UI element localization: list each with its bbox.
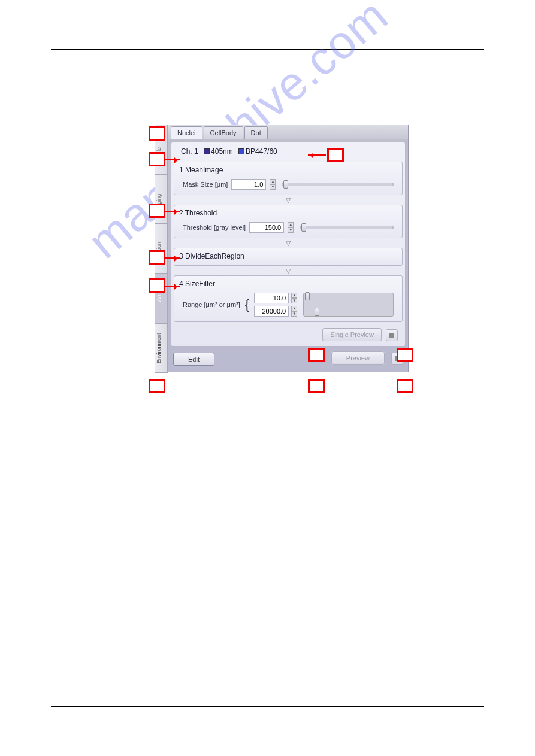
step2-title: 2 Threshold (178, 208, 398, 220)
range-min-spinner[interactable]: ▲▼ (291, 293, 297, 303)
masksize-input[interactable] (231, 179, 266, 190)
step1-title: 1 MeanImage (178, 165, 398, 177)
callout-box-8 (308, 348, 325, 362)
masksize-label: Mask Size [μm] (183, 181, 228, 188)
callout-box-7 (149, 379, 165, 393)
callout-box-9 (397, 348, 413, 362)
callout-box-4 (149, 204, 165, 218)
step-threshold: 2 Threshold Threshold [gray level] ▲▼ (174, 205, 403, 238)
range-slider[interactable] (303, 293, 394, 317)
masksize-slider[interactable] (282, 183, 394, 186)
header-rule (51, 49, 484, 50)
callout-arrow-3 (165, 159, 180, 160)
step-sizefilter: 4 SizeFilter Range [μm² or μm³] { ▲▼ ▲▼ (174, 275, 403, 322)
step-meanimage: 1 MeanImage Mask Size [μm] ▲▼ (174, 162, 403, 195)
laser-label: 405nm (211, 147, 233, 156)
analysis-panel: le ging cation An Environment Nuclei Cel… (155, 125, 409, 412)
tab-nuclei[interactable]: Nuclei (171, 126, 202, 139)
tab-dot[interactable]: Dot (244, 126, 268, 139)
filter-label: BP447/60 (246, 147, 277, 156)
preview-button[interactable]: Preview (331, 351, 385, 365)
top-tabs: Nuclei CellBody Dot (168, 125, 408, 139)
flow-arrow-icon: ▽ (174, 268, 403, 273)
callout-box-1 (149, 126, 165, 141)
step3-title: 3 DivideEachRegion (178, 251, 398, 263)
threshold-spinner[interactable]: ▲▼ (288, 222, 294, 233)
step-divide: 3 DivideEachRegion (174, 248, 403, 266)
masksize-spinner[interactable]: ▲▼ (270, 179, 276, 190)
brace-icon: { (245, 297, 249, 312)
callout-box-5 (149, 250, 165, 265)
callout-arrow-5 (165, 257, 180, 259)
callout-box-10 (308, 379, 325, 393)
channel-prefix: Ch. 1 (181, 147, 198, 156)
callout-arrow-6 (165, 286, 180, 287)
range-label: Range [μm² or μm³] (183, 301, 240, 308)
range-min-input[interactable] (254, 293, 289, 303)
threshold-slider[interactable] (300, 226, 394, 229)
range-max-input[interactable] (254, 306, 289, 317)
callout-arrow-4 (165, 211, 180, 212)
side-tab-5[interactable]: Environment (155, 323, 168, 373)
flow-arrow-icon: ▽ (174, 198, 403, 202)
step4-title: 4 SizeFilter (178, 278, 398, 290)
footer-rule (51, 706, 484, 707)
callout-box-11 (397, 379, 413, 393)
callout-box-2 (327, 148, 344, 162)
single-preview-button[interactable]: Single Preview (322, 328, 382, 341)
side-tab-3[interactable]: cation (155, 224, 168, 274)
callout-box-3 (149, 152, 165, 166)
threshold-label: Threshold [gray level] (183, 224, 246, 231)
flow-arrow-icon: ▽ (174, 241, 403, 245)
filter-swatch-icon (238, 148, 244, 154)
callout-box-6 (149, 278, 165, 293)
threshold-input[interactable] (249, 222, 284, 233)
tab-cellbody[interactable]: CellBody (204, 126, 243, 139)
edit-button[interactable]: Edit (173, 353, 214, 366)
callout-arrow-2 (308, 154, 326, 156)
settings-area: Ch. 1 405nm BP447/60 1 MeanImage Mask Si… (171, 142, 406, 347)
channel-info: Ch. 1 405nm BP447/60 (174, 146, 403, 159)
single-preview-stop-button[interactable] (386, 329, 398, 341)
range-max-spinner[interactable]: ▲▼ (291, 306, 297, 317)
laser-swatch-icon (204, 148, 210, 154)
main-content: Nuclei CellBody Dot Ch. 1 405nm BP447/60… (168, 125, 409, 372)
